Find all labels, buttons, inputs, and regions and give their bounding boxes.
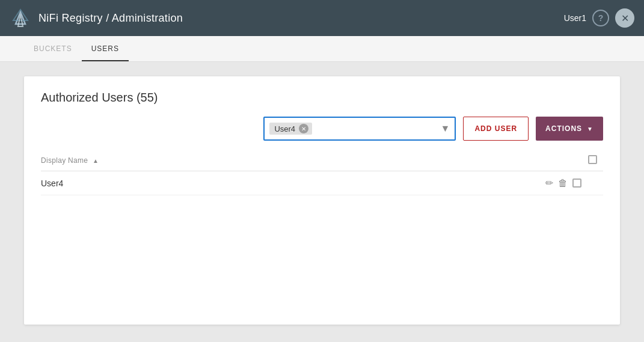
col-display-name-label: Display Name xyxy=(41,156,88,165)
nifi-logo-icon xyxy=(10,7,31,29)
row-actions-cell: ✏ 🗑 xyxy=(538,171,586,195)
row-check-cell xyxy=(586,171,603,195)
users-table: Display Name ▲ User4 ✏ 🗑 xyxy=(41,150,603,195)
filter-box[interactable]: User4 ✕ ▼ xyxy=(263,117,456,141)
filter-chip-close-button[interactable]: ✕ xyxy=(299,124,308,133)
header-right: User1 ? ✕ xyxy=(564,8,634,28)
actions-label: ACTIONS xyxy=(545,124,582,133)
col-check-header xyxy=(586,150,603,171)
sort-asc-icon: ▲ xyxy=(93,157,99,164)
delete-icon[interactable]: 🗑 xyxy=(558,178,568,189)
toolbar-row: User4 ✕ ▼ ADD USER ACTIONS ▼ xyxy=(41,117,603,141)
col-display-name: Display Name ▲ xyxy=(41,150,538,171)
add-user-button[interactable]: ADD USER xyxy=(463,117,529,141)
filter-funnel-icon: ▼ xyxy=(441,123,450,134)
filter-input[interactable] xyxy=(316,124,440,133)
nav-tabs: BUCKETS USERS xyxy=(0,36,644,62)
edit-icon[interactable]: ✏ xyxy=(545,177,553,189)
user-display-name: User4 xyxy=(41,171,538,195)
actions-button[interactable]: ACTIONS ▼ xyxy=(536,117,603,141)
main-content: Authorized Users (55) User4 ✕ ▼ ADD USER… xyxy=(0,62,644,339)
row-checkbox[interactable] xyxy=(572,179,581,188)
close-button[interactable]: ✕ xyxy=(615,8,634,28)
current-user: User1 xyxy=(564,13,586,23)
table-row: User4 ✏ 🗑 xyxy=(41,171,603,195)
card-title: Authorized Users (55) xyxy=(41,91,603,105)
help-button[interactable]: ? xyxy=(592,10,609,26)
app-title: NiFi Registry / Administration xyxy=(38,12,183,25)
header-left: NiFi Registry / Administration xyxy=(10,7,183,29)
filter-chip: User4 ✕ xyxy=(269,123,312,135)
chevron-down-icon: ▼ xyxy=(587,126,593,132)
app-header: NiFi Registry / Administration User1 ? ✕ xyxy=(0,0,644,36)
col-actions-header xyxy=(538,150,586,171)
tab-users[interactable]: USERS xyxy=(82,36,129,61)
filter-chip-label: User4 xyxy=(274,124,295,133)
select-all-checkbox[interactable] xyxy=(588,155,597,164)
users-card: Authorized Users (55) User4 ✕ ▼ ADD USER… xyxy=(24,76,620,325)
tab-buckets[interactable]: BUCKETS xyxy=(24,36,82,61)
